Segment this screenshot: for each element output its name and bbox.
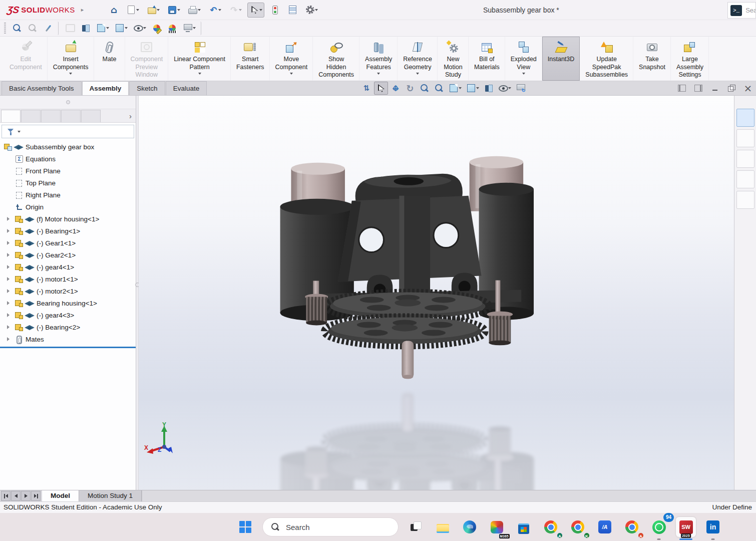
dropdown-caret-icon[interactable] [106,27,109,29]
tree-item[interactable]: Origin [0,201,136,213]
ribbon-button[interactable]: New Motion Study [438,37,469,81]
toolbar-button[interactable] [165,3,182,18]
tree-item[interactable]: Top Plane [0,177,136,189]
tree-item[interactable]: (f) Motor housing<1> [0,213,136,225]
rollback-bar[interactable] [0,347,136,348]
dropdown-caret-icon[interactable] [416,73,419,75]
tree-item[interactable]: Bearing housing<1> [0,297,136,309]
toolbar-button[interactable] [124,3,141,18]
win-close-icon[interactable] [743,83,753,93]
start-button[interactable] [235,517,255,537]
gearbox-3d-model[interactable] [139,96,734,490]
heads-up-button[interactable] [482,82,496,95]
expander-icon[interactable] [4,253,13,257]
task-pane-tab[interactable] [736,191,754,209]
toolbar-button[interactable] [268,3,282,18]
taskbar-app[interactable] [514,517,534,537]
dropdown-caret-icon[interactable] [259,9,262,11]
tree-item[interactable]: (-) motor2<1> [0,285,136,297]
heads-up-button[interactable] [403,82,417,95]
dropdown-caret-icon[interactable] [377,73,380,75]
bottom-tab[interactable]: Model [42,490,79,501]
ribbon-button[interactable]: Exploded View [505,37,542,81]
heads-up-button[interactable] [432,82,446,95]
view-toolbar-button[interactable] [79,22,93,35]
panel-splitter-handle[interactable] [0,96,136,109]
dropdown-caret-icon[interactable] [476,87,479,89]
ribbon-button[interactable]: Linear Component Pattern [168,37,231,81]
dropdown-caret-icon[interactable] [218,9,221,11]
taskbar-app[interactable]: A [622,517,642,537]
expander-icon[interactable] [4,229,13,233]
ribbon-button[interactable]: Component Preview Window [125,37,169,81]
ribbon-button[interactable]: Instant3D [542,37,580,81]
taskbar-app[interactable]: 94 [649,517,669,537]
view-toolbar-button[interactable] [10,22,24,35]
toolbar-button[interactable] [285,3,299,18]
tree-item[interactable]: Mates [0,333,136,345]
win-min-icon[interactable] [710,83,720,93]
task-pane-tab[interactable] [736,109,754,127]
toolbar-button[interactable] [247,3,264,18]
dropdown-caret-icon[interactable] [315,9,318,11]
command-tab[interactable]: Assembly [82,81,129,95]
view-toolbar-button[interactable] [131,22,148,35]
taskbar-app[interactable]: SW 2025 [676,517,696,537]
dropdown-caret-icon[interactable] [125,27,128,29]
ribbon-button[interactable]: Bill of Materials [469,37,505,81]
bottom-tab[interactable]: Motion Study 1 [79,490,142,501]
toolbar-button[interactable] [145,3,162,18]
ribbon-button[interactable]: Show Hidden Components [313,37,359,81]
command-tab[interactable]: Basic Assembly Tools [2,81,82,95]
view-toolbar-button[interactable] [26,22,40,35]
dropdown-caret-icon[interactable] [198,9,201,11]
dropdown-caret-icon[interactable] [136,9,139,11]
expander-icon[interactable] [4,241,13,245]
heads-up-button[interactable] [447,82,464,95]
toolbar-button[interactable] [227,3,244,18]
heads-up-button[interactable] [389,82,403,95]
dropdown-caret-icon[interactable] [508,87,511,89]
expander-icon[interactable] [4,325,13,329]
feature-panel-tab[interactable] [1,110,21,122]
dropdown-caret-icon[interactable] [157,9,160,11]
taskbar-app[interactable] [433,517,453,537]
dropdown-caret-icon[interactable] [198,73,201,75]
panel-tabs-overflow-icon[interactable]: › [129,112,132,120]
taskbar-app[interactable] [460,517,480,537]
task-pane-tab[interactable] [736,129,754,147]
pane-left-icon[interactable] [677,83,687,93]
heads-up-button[interactable] [359,82,373,95]
dropdown-caret-icon[interactable] [459,87,462,89]
toolbar-button[interactable] [107,3,121,18]
taskbar-app[interactable]: K [568,517,588,537]
tab-scroll-button[interactable] [21,491,31,501]
ribbon-button[interactable]: Smart Fasteners [231,37,270,81]
view-toolbar-button[interactable] [150,22,164,35]
ribbon-button[interactable]: Assembly Features [359,37,398,81]
tree-item[interactable]: (-) Bearing<1> [0,225,136,237]
tab-scroll-button[interactable] [31,491,41,501]
toolbar-button[interactable] [303,3,320,18]
heads-up-button[interactable] [496,82,513,95]
tree-item[interactable]: Front Plane [0,165,136,177]
ribbon-button[interactable]: Move Component [270,37,313,81]
dropdown-caret-icon[interactable] [522,73,525,75]
filter-caret-icon[interactable] [18,131,21,133]
view-toolbar-button[interactable] [181,22,201,35]
tree-item[interactable]: (-) motor1<1> [0,273,136,285]
feature-panel-tab[interactable] [61,110,81,122]
command-tab[interactable]: Sketch [129,81,165,95]
heads-up-button[interactable] [418,82,432,95]
win-restore-icon[interactable] [726,83,736,93]
task-pane-tab[interactable] [736,170,754,188]
view-toolbar-button[interactable] [165,22,179,35]
heads-up-button[interactable] [374,82,388,95]
expander-icon[interactable] [4,277,13,281]
view-toolbar-button[interactable] [41,22,59,35]
tree-filter[interactable] [2,125,134,138]
tree-item[interactable]: (-) gear4<1> [0,261,136,273]
ribbon-button[interactable]: Take Snapshot [633,37,671,81]
expander-icon[interactable] [4,265,13,269]
dropdown-caret-icon[interactable] [239,9,242,11]
